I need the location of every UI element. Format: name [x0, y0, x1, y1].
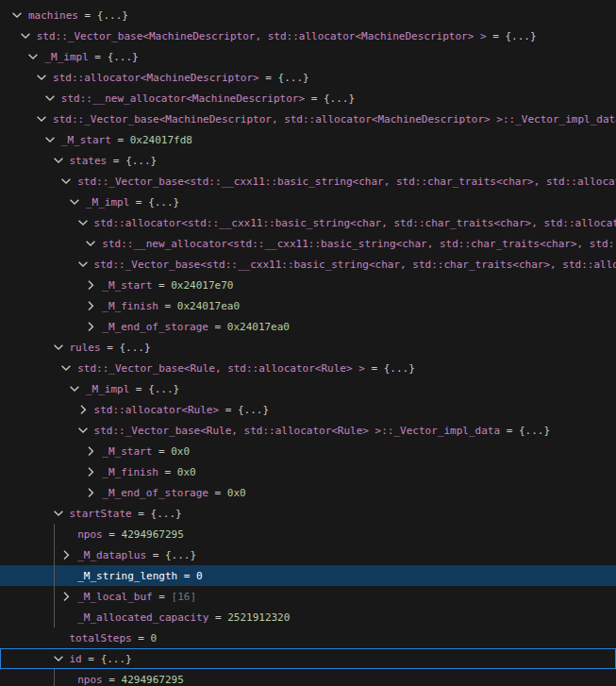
- equals-sign: =: [158, 466, 177, 478]
- equals-sign: =: [146, 549, 165, 561]
- chevron-down-icon[interactable]: [34, 70, 49, 85]
- chevron-down-icon[interactable]: [75, 423, 91, 438]
- equals-sign: =: [132, 508, 151, 520]
- equals-sign: =: [259, 72, 278, 84]
- variable-name: std::allocator<std::__cxx11::basic_strin…: [94, 217, 616, 229]
- variable-value: [16]: [172, 591, 197, 603]
- debug-variables-panel: machines = {...}std::_Vector_base<Machin…: [0, 0, 616, 686]
- variable-value: 4294967295: [122, 528, 184, 541]
- variable-row[interactable]: _M_impl = {...}: [0, 378, 616, 399]
- equals-sign: =: [103, 674, 122, 686]
- chevron-down-icon[interactable]: [18, 28, 33, 43]
- equals-sign: =: [111, 134, 130, 146]
- variable-row[interactable]: npos = 4294967295: [0, 669, 616, 686]
- variable-row[interactable]: std::_Vector_base<Rule, std::allocator<R…: [0, 420, 616, 441]
- variable-name: _M_local_buf: [77, 591, 152, 603]
- variable-value: {...}: [324, 92, 355, 105]
- chevron-down-icon[interactable]: [42, 91, 58, 106]
- variable-row[interactable]: totalSteps = 0: [0, 627, 616, 648]
- chevron-right-icon[interactable]: [58, 547, 74, 562]
- variable-row[interactable]: _M_start = 0x0: [0, 441, 616, 461]
- variable-row[interactable]: _M_impl = {...}: [0, 192, 616, 212]
- variable-value: {...}: [165, 549, 196, 561]
- variable-row[interactable]: _M_allocated_capacity = 2521912320: [0, 607, 616, 627]
- variable-name: _M_string_length: [77, 570, 177, 582]
- chevron-down-icon[interactable]: [67, 194, 82, 209]
- variable-row[interactable]: std::_Vector_base<Rule, std::allocator<R…: [0, 358, 616, 378]
- variable-row[interactable]: _M_start = 0x24017e70: [0, 275, 616, 295]
- variable-row[interactable]: _M_finish = 0x0: [0, 461, 616, 482]
- chevron-down-icon[interactable]: [58, 174, 74, 189]
- variable-name: _M_end_of_storage: [102, 487, 208, 499]
- twistie-spacer: [58, 672, 74, 686]
- chevron-right-icon[interactable]: [83, 485, 98, 500]
- equals-sign: =: [153, 591, 172, 603]
- chevron-right-icon[interactable]: [83, 443, 98, 459]
- variable-name: _M_end_of_storage: [102, 321, 208, 333]
- variable-row[interactable]: std::_Vector_base<std::__cxx11::basic_st…: [0, 171, 616, 192]
- variable-row[interactable]: std::_Vector_base<MachineDescriptor, std…: [0, 25, 616, 46]
- variable-row[interactable]: npos = 4294967295: [0, 524, 616, 544]
- chevron-down-icon[interactable]: [83, 236, 98, 251]
- variable-value: {...}: [101, 653, 132, 665]
- chevron-down-icon[interactable]: [25, 49, 41, 64]
- variable-row[interactable]: std::__new_allocator<MachineDescriptor> …: [0, 88, 616, 109]
- variable-row[interactable]: std::allocator<Rule> = {...}: [0, 399, 616, 420]
- variable-row[interactable]: std::allocator<std::__cxx11::basic_strin…: [0, 212, 616, 233]
- variable-row[interactable]: _M_end_of_storage = 0x24017ea0: [0, 316, 616, 337]
- variable-row[interactable]: id = {...}: [0, 648, 616, 669]
- variable-value: 0: [196, 570, 203, 582]
- variable-name: _M_finish: [102, 466, 158, 478]
- chevron-down-icon[interactable]: [75, 215, 91, 230]
- variable-name: std::_Vector_base<std::__cxx11::basic_st…: [94, 259, 616, 271]
- chevron-down-icon[interactable]: [51, 651, 66, 666]
- variable-name: std::_Vector_base<Rule, std::allocator<R…: [94, 425, 500, 437]
- equals-sign: =: [78, 9, 97, 22]
- chevron-right-icon[interactable]: [75, 402, 91, 417]
- variable-name: _M_impl: [44, 51, 88, 63]
- chevron-down-icon[interactable]: [51, 340, 66, 355]
- variable-value: {...}: [125, 155, 157, 167]
- chevron-down-icon[interactable]: [9, 8, 25, 23]
- equals-sign: =: [500, 425, 519, 437]
- chevron-down-icon[interactable]: [67, 381, 82, 396]
- variable-row[interactable]: _M_finish = 0x24017ea0: [0, 295, 616, 316]
- variable-row[interactable]: machines = {...}: [0, 5, 616, 25]
- variable-name: std::allocator<Rule>: [94, 404, 219, 416]
- variable-row[interactable]: std::__new_allocator<std::__cxx11::basic…: [0, 233, 616, 254]
- equals-sign: =: [365, 362, 384, 375]
- chevron-down-icon[interactable]: [34, 111, 49, 126]
- variable-value: {...}: [120, 342, 151, 354]
- variable-value: {...}: [108, 51, 139, 63]
- variable-name: id: [70, 653, 82, 665]
- variable-row[interactable]: _M_dataplus = {...}: [0, 544, 616, 565]
- variable-value: 0x0: [177, 466, 196, 478]
- chevron-right-icon[interactable]: [83, 464, 98, 479]
- variable-row[interactable]: std::allocator<MachineDescriptor> = {...…: [0, 67, 616, 88]
- variable-row[interactable]: std::_Vector_base<std::__cxx11::basic_st…: [0, 254, 616, 275]
- chevron-right-icon[interactable]: [58, 589, 74, 604]
- chevron-right-icon[interactable]: [83, 277, 98, 293]
- variable-row[interactable]: _M_start = 0x24017fd8: [0, 129, 616, 150]
- variable-row[interactable]: states = {...}: [0, 150, 616, 171]
- chevron-down-icon[interactable]: [42, 132, 58, 147]
- variable-row[interactable]: _M_string_length = 0: [0, 565, 616, 586]
- chevron-down-icon[interactable]: [51, 506, 66, 521]
- chevron-down-icon[interactable]: [58, 360, 74, 376]
- variable-row[interactable]: _M_impl = {...}: [0, 46, 616, 67]
- variable-row[interactable]: startState = {...}: [0, 503, 616, 524]
- variable-row[interactable]: std::_Vector_base<MachineDescriptor, std…: [0, 109, 616, 129]
- variable-row[interactable]: rules = {...}: [0, 337, 616, 358]
- variable-row[interactable]: _M_end_of_storage = 0x0: [0, 482, 616, 503]
- variable-name: states: [70, 155, 108, 167]
- chevron-right-icon[interactable]: [83, 319, 98, 334]
- chevron-down-icon[interactable]: [51, 153, 66, 168]
- variable-row[interactable]: _M_local_buf = [16]: [0, 586, 616, 607]
- variable-name: std::_Vector_base<MachineDescriptor, std…: [37, 30, 487, 42]
- chevron-down-icon[interactable]: [75, 257, 91, 272]
- equals-sign: =: [101, 342, 120, 354]
- variable-name: _M_dataplus: [77, 549, 146, 561]
- equals-sign: =: [208, 321, 227, 333]
- chevron-right-icon[interactable]: [83, 298, 98, 313]
- indent-guide: [54, 524, 55, 627]
